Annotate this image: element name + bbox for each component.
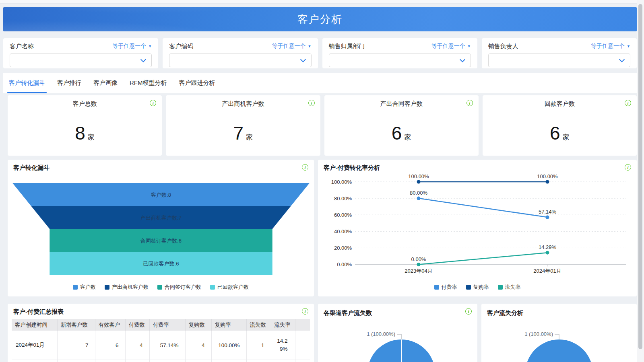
legend-label: 流失率 (505, 284, 521, 291)
filter-header-row: 客户编码等于任意一个▼ (169, 42, 311, 51)
legend-label: 合同签订客户数 (165, 284, 201, 291)
legend-item[interactable]: 产出商机客户数 (105, 284, 149, 291)
kpi-card: 产出合同客户数i6家 (324, 95, 479, 156)
kpi-title: 回款客户数 (483, 100, 637, 108)
dropdown-arrow-icon: ▼ (148, 44, 152, 48)
cell (271, 360, 295, 362)
info-icon[interactable]: i (302, 308, 308, 315)
legend-swatch-icon (466, 285, 471, 290)
column-header: 复购率 (211, 319, 246, 331)
scrollbar-thumb[interactable] (638, 4, 642, 349)
scrollbar[interactable] (637, 0, 644, 362)
filter-select[interactable] (10, 53, 152, 67)
filter-operator-button[interactable]: 等于任意一个▼ (591, 43, 630, 50)
filter-label: 客户名称 (10, 43, 34, 50)
charts-row: 客户转化漏斗 i 客户数:8产出商机客户数:7合同签订客户数:6已回款客户数:6… (8, 160, 637, 296)
filter-select[interactable] (329, 53, 471, 67)
cell: 1 (246, 331, 271, 360)
legend-item[interactable]: 已回款客户数 (210, 284, 249, 291)
kpi-value: 8家 (8, 122, 162, 144)
chevron-down-icon (140, 57, 146, 62)
cell: 100.00% (211, 331, 246, 360)
cell (125, 360, 149, 362)
cell: 4 (125, 331, 149, 360)
kpi-title: 客户总数 (8, 100, 162, 108)
kpi-number: 7 (233, 122, 244, 144)
info-icon[interactable]: i (625, 100, 631, 106)
svg-text:60.00%: 60.00% (334, 212, 352, 218)
card-title: 客户转化漏斗 (13, 164, 50, 172)
cell (185, 360, 211, 362)
summary-data-table: 客户创建时间新增客户数有效客户付费数付费率复购数复购率流失数流失率2024年01… (12, 319, 310, 362)
column-header: 流失率 (271, 319, 295, 331)
card-title: 客户-付费转化率分析 (324, 164, 380, 172)
card-title: 客户-付费汇总报表 (13, 308, 64, 316)
kpi-unit: 家 (246, 133, 253, 142)
pie-churn-card: 客户流失分析 1 (100.00%) (481, 304, 637, 362)
legend-item[interactable]: 客户数 (73, 284, 96, 291)
cell (295, 360, 310, 362)
conversion-line-chart: 100.00%80.00%60.00%40.00%20.00%0.00%2023… (318, 160, 637, 296)
filter-operator-button[interactable]: 等于任意一个▼ (112, 43, 152, 50)
filter-label: 销售负责人 (488, 43, 518, 50)
kpi-card: 回款客户数i6家 (483, 95, 637, 156)
summary-table-card: 客户-付费汇总报表 i 客户创建时间新增客户数有效客户付费数付费率复购数复购率流… (8, 304, 314, 362)
legend-item[interactable]: 流失率 (498, 284, 521, 291)
summary-table: 客户创建时间新增客户数有效客户付费数付费率复购数复购率流失数流失率2024年01… (12, 319, 310, 362)
svg-text:100.00%: 100.00% (331, 179, 352, 185)
conversion-line-card: 客户-付费转化率分析 i 100.00%80.00%60.00%40.00%20… (318, 160, 637, 296)
funnel-card: 客户转化漏斗 i 客户数:8产出商机客户数:7合同签订客户数:6已回款客户数:6… (8, 160, 314, 296)
tab-item[interactable]: 客户跟进分析 (179, 73, 215, 93)
cell (149, 360, 185, 362)
kpi-number: 8 (75, 122, 85, 144)
active-tab-underline (7, 92, 47, 93)
cell (57, 360, 95, 362)
svg-text:2023年04月: 2023年04月 (405, 268, 432, 274)
funnel-chart: 客户数:8产出商机客户数:7合同签订客户数:6已回款客户数:6 (8, 160, 314, 296)
svg-text:已回款客户数:6: 已回款客户数:6 (143, 261, 179, 267)
svg-text:0.00%: 0.00% (337, 261, 352, 267)
svg-text:客户数:8: 客户数:8 (151, 192, 171, 198)
cell (211, 360, 246, 362)
cell (95, 360, 125, 362)
line-legend: 付费率复购率流失率 (318, 284, 637, 291)
legend-label: 已回款客户数 (217, 284, 249, 291)
tab-item[interactable]: 客户转化漏斗 (9, 73, 45, 93)
legend-swatch-icon (73, 285, 78, 290)
svg-text:合同签订客户数:6: 合同签订客户数:6 (140, 238, 182, 244)
legend-item[interactable]: 复购率 (466, 284, 489, 291)
top-strip (0, 0, 644, 4)
column-header: 复购数 (185, 319, 211, 331)
table-header-row: 客户创建时间新增客户数有效客户付费数付费率复购数复购率流失数流失率 (12, 319, 310, 331)
tab-item[interactable]: RFM模型分析 (130, 73, 167, 93)
info-icon[interactable]: i (466, 100, 473, 106)
svg-text:产出商机客户数:7: 产出商机客户数:7 (140, 215, 182, 221)
kpi-value: 6家 (483, 122, 637, 144)
filter-card: 销售负责人等于任意一个▼ (482, 38, 637, 68)
legend-swatch-icon (105, 285, 109, 290)
dropdown-arrow-icon: ▼ (467, 44, 471, 48)
bottom-row: 客户-付费汇总报表 i 客户创建时间新增客户数有效客户付费数付费率复购数复购率流… (8, 304, 637, 362)
legend-item[interactable]: 合同签订客户数 (157, 284, 201, 291)
kpi-unit: 家 (88, 133, 95, 142)
info-icon[interactable]: i (308, 100, 315, 106)
filter-select[interactable] (169, 53, 311, 67)
filter-operator-button[interactable]: 等于任意一个▼ (272, 43, 312, 50)
cell (295, 331, 310, 360)
dropdown-arrow-icon: ▼ (627, 44, 630, 48)
customer-analysis-dashboard: 客户分析 客户名称等于任意一个▼客户编码等于任意一个▼销售归属部门等于任意一个▼… (0, 0, 644, 362)
legend-item[interactable]: 付费率 (434, 284, 457, 291)
column-header: 新增客户数 (57, 319, 95, 331)
filter-card: 销售归属部门等于任意一个▼ (322, 38, 477, 68)
tab-item[interactable]: 客户排行 (57, 73, 81, 93)
filter-operator-button[interactable]: 等于任意一个▼ (431, 43, 471, 50)
tab-bar: 客户转化漏斗客户排行客户画像RFM模型分析客户跟进分析 (3, 73, 637, 93)
card-title: 各渠道客户流失数 (324, 309, 372, 317)
cell: 4 (185, 331, 211, 360)
filter-select[interactable] (488, 53, 630, 67)
svg-text:1 (100.00%): 1 (100.00%) (367, 331, 395, 337)
cell: 2024年01月 (12, 331, 57, 360)
tab-item[interactable]: 客户画像 (93, 73, 118, 93)
column-header: 有效客户 (95, 319, 125, 331)
chevron-down-icon (619, 57, 625, 62)
